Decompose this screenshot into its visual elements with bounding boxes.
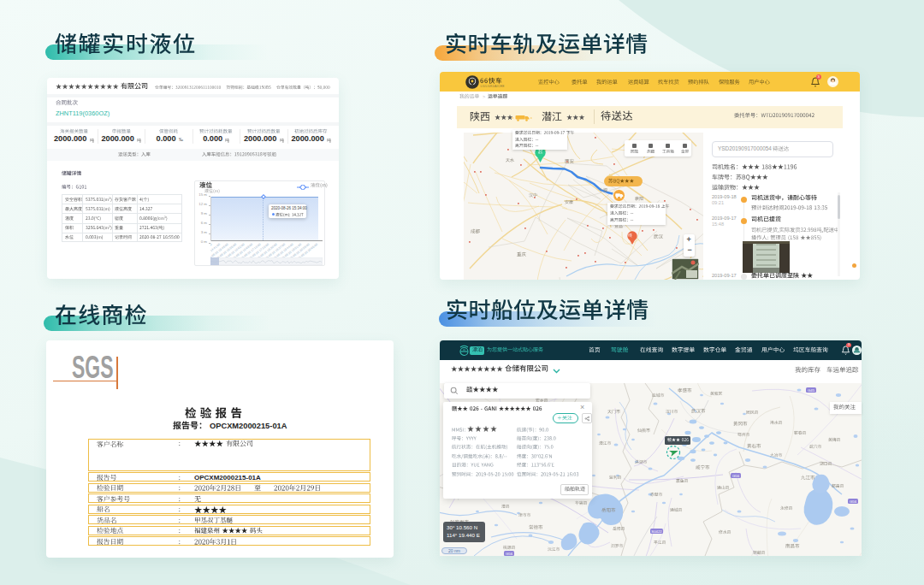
svg-text:G56: G56 — [506, 552, 513, 556]
svg-text:G45: G45 — [808, 388, 815, 393]
svg-text:S0422: S0422 — [651, 529, 662, 534]
svg-text:G56: G56 — [732, 474, 740, 478]
svg-text:G56: G56 — [850, 499, 857, 504]
